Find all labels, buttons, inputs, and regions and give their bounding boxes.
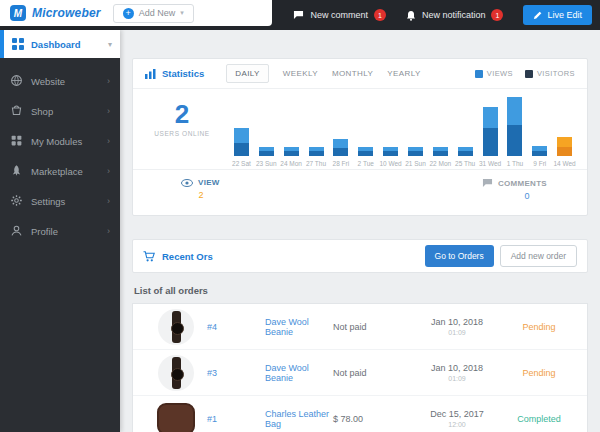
tab-monthly[interactable]: MONTHLY bbox=[332, 65, 373, 82]
visitors-segment bbox=[408, 151, 423, 156]
chart-bar: 10 Wed bbox=[378, 147, 403, 167]
x-axis-label: 14 Wed bbox=[553, 160, 575, 167]
shop-icon bbox=[10, 104, 23, 119]
statistics-title: Statistics bbox=[145, 68, 204, 79]
tab-daily[interactable]: DAILY bbox=[226, 64, 269, 83]
comment-icon bbox=[293, 10, 304, 20]
x-axis-label: 21 Sun bbox=[405, 160, 426, 167]
order-date: Jan 10, 201801:09 bbox=[411, 363, 503, 382]
order-status-badge: Pending bbox=[503, 322, 575, 332]
table-row[interactable]: #3Dave Wool BeanieNot paidJan 10, 201801… bbox=[133, 350, 587, 396]
microweber-logo-icon: M bbox=[10, 5, 26, 21]
topbar-right: New comment 1 New notification 1 Live Ed… bbox=[272, 0, 600, 30]
notification-bell-icon bbox=[406, 10, 416, 21]
comment-count-badge: 1 bbox=[374, 9, 386, 21]
chevron-right-icon: › bbox=[107, 166, 110, 176]
tab-weekly[interactable]: WEEKLY bbox=[283, 65, 318, 82]
visitors-segment bbox=[333, 148, 348, 156]
plus-circle-icon: + bbox=[123, 8, 134, 19]
sidebar: Dashboard ▾ Website›Shop›My Modules›Mark… bbox=[0, 30, 120, 432]
legend-visitors[interactable]: VISITORS bbox=[525, 69, 575, 78]
x-axis-label: 27 Thu bbox=[306, 160, 326, 167]
new-notification-label: New notification bbox=[422, 10, 486, 20]
product-name-link[interactable]: Charles Leather Bag bbox=[265, 409, 333, 429]
chart-bar: 28 Fri bbox=[328, 139, 353, 167]
product-name-link[interactable]: Dave Wool Beanie bbox=[265, 317, 333, 337]
chart-bar: 21 Sun bbox=[403, 147, 428, 167]
modules-icon bbox=[10, 134, 23, 149]
views-segment bbox=[557, 137, 572, 146]
stats-tabs: DAILYWEEKLYMONTHLYYEARLY bbox=[226, 64, 420, 83]
product-name-link[interactable]: Dave Wool Beanie bbox=[265, 363, 333, 383]
view-label: VIEW bbox=[198, 178, 220, 187]
chart-bar: 27 Thu bbox=[304, 147, 329, 167]
x-axis-label: 28 Fri bbox=[333, 160, 350, 167]
order-status-badge: Completed bbox=[503, 414, 575, 424]
statistics-body: 2 USERS ONLINE 22 Sat23 Sun24 Mon27 Thu2… bbox=[133, 89, 587, 169]
live-edit-button[interactable]: Live Edit bbox=[523, 5, 592, 25]
chart-bar: 31 Wed bbox=[478, 107, 503, 167]
visitors-segment bbox=[358, 151, 373, 156]
statistics-footer: VIEW 2 COMMENTS 0 bbox=[133, 169, 587, 215]
legend-views[interactable]: VIEWS bbox=[475, 69, 513, 78]
add-new-button[interactable]: + Add New ▾ bbox=[113, 4, 194, 23]
sidebar-item-dashboard[interactable]: Dashboard ▾ bbox=[0, 30, 120, 58]
visitors-segment bbox=[259, 151, 274, 156]
chart-bar: 23 Sun bbox=[254, 147, 279, 167]
table-row[interactable]: #4Dave Wool BeanieNot paidJan 10, 201801… bbox=[133, 304, 587, 350]
chart-bar: 22 Mon bbox=[428, 147, 453, 167]
x-axis-label: 31 Wed bbox=[479, 160, 501, 167]
visitors-segment bbox=[483, 128, 498, 156]
chart-bar: 24 Mon bbox=[279, 147, 304, 167]
chart-bar: 25 Thu bbox=[453, 147, 478, 167]
main-content: Statistics DAILYWEEKLYMONTHLYYEARLY VIEW… bbox=[120, 30, 600, 432]
sidebar-item-settings[interactable]: Settings› bbox=[0, 186, 120, 216]
profile-icon bbox=[10, 224, 23, 239]
new-notification-button[interactable]: New notification 1 bbox=[406, 9, 504, 21]
recent-orders-card: Recent Ors Go to Orders Add new order bbox=[132, 239, 588, 273]
pencil-icon bbox=[533, 11, 542, 20]
order-id-link[interactable]: #1 bbox=[207, 414, 265, 424]
order-payment: Not paid bbox=[333, 322, 411, 332]
sidebar-item-shop[interactable]: Shop› bbox=[0, 96, 120, 126]
order-time: 01:09 bbox=[411, 375, 503, 382]
x-axis-label: 24 Mon bbox=[280, 160, 302, 167]
topbar: M Microweber + Add New ▾ New comment 1 N… bbox=[0, 0, 600, 30]
sidebar-item-website[interactable]: Website› bbox=[0, 66, 120, 96]
add-new-order-button[interactable]: Add new order bbox=[500, 245, 577, 267]
chevron-right-icon: › bbox=[107, 136, 110, 146]
product-image bbox=[158, 355, 194, 391]
bar-chart: 22 Sat23 Sun24 Mon27 Thu28 Fri2 Tue10 We… bbox=[225, 89, 581, 169]
product-image-bag bbox=[157, 403, 195, 432]
comments-metric[interactable]: COMMENTS 0 bbox=[364, 170, 587, 215]
logo-area: M Microweber + Add New ▾ bbox=[0, 0, 272, 26]
comments-label: COMMENTS bbox=[498, 179, 547, 188]
sidebar-item-profile[interactable]: Profile› bbox=[0, 216, 120, 246]
x-axis-label: 22 Sat bbox=[232, 160, 251, 167]
order-id-link[interactable]: #4 bbox=[207, 322, 265, 332]
logo-text: Microweber bbox=[32, 6, 101, 20]
microweber-logo[interactable]: M Microweber bbox=[10, 5, 101, 21]
x-axis-label: 2 Tue bbox=[358, 160, 374, 167]
chart-bar: 1 Thu bbox=[502, 97, 527, 167]
order-date: Dec 15, 201712:00 bbox=[411, 409, 503, 428]
globe-icon bbox=[10, 74, 23, 89]
orders-table: #4Dave Wool BeanieNot paidJan 10, 201801… bbox=[132, 303, 588, 432]
marketplace-icon bbox=[10, 164, 23, 179]
gear-icon bbox=[10, 194, 23, 209]
new-comment-button[interactable]: New comment 1 bbox=[293, 9, 386, 21]
view-metric[interactable]: VIEW 2 bbox=[133, 170, 364, 215]
visitors-segment bbox=[284, 151, 299, 156]
legend-swatch bbox=[525, 70, 533, 78]
tab-yearly[interactable]: YEARLY bbox=[387, 65, 420, 82]
chart-bar: 22 Sat bbox=[229, 128, 254, 167]
order-payment: Not paid bbox=[333, 368, 411, 378]
table-row[interactable]: #1Charles Leather Bag$ 78.00Dec 15, 2017… bbox=[133, 396, 587, 432]
chart-legend: VIEWSVISITORS bbox=[475, 69, 575, 78]
chart-bar: 9 Fri bbox=[527, 146, 552, 167]
views-segment bbox=[483, 107, 498, 128]
sidebar-item-my-modules[interactable]: My Modules› bbox=[0, 126, 120, 156]
sidebar-item-marketplace[interactable]: Marketplace› bbox=[0, 156, 120, 186]
order-id-link[interactable]: #3 bbox=[207, 368, 265, 378]
go-to-orders-button[interactable]: Go to Orders bbox=[425, 245, 494, 267]
